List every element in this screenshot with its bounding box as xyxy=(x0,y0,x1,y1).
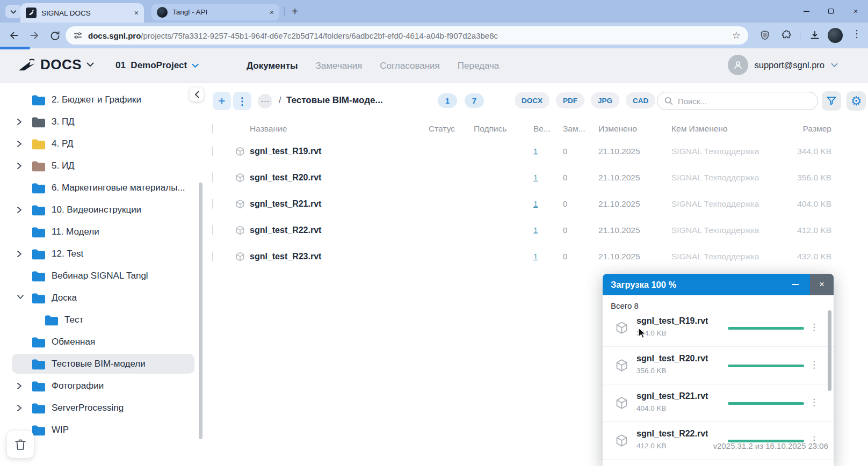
folder-tree-item[interactable]: 12. Test xyxy=(0,243,203,265)
file-name[interactable]: sgnl_test_R21.rvt xyxy=(250,199,429,209)
folder-tree-item[interactable]: 2. Бюджет и Графики xyxy=(0,89,203,111)
file-table-row[interactable]: sgnl_test_R20.rvt 1 0 21.10.2025 SIGNAL … xyxy=(203,164,868,191)
dialog-scrollbar[interactable] xyxy=(828,310,831,391)
nav-tab[interactable]: Передача xyxy=(458,61,500,71)
nav-tab[interactable]: Документы xyxy=(247,61,298,71)
app-logo[interactable]: DOCS xyxy=(18,56,94,73)
folder-tree-item[interactable]: Доска xyxy=(0,287,203,309)
column-modified-by[interactable]: Кем Изменено xyxy=(671,124,791,134)
search-input[interactable] xyxy=(657,92,818,110)
folder-tree-item[interactable]: Тест xyxy=(0,309,203,331)
file-table-row[interactable]: sgnl_test_R19.rvt 1 0 21.10.2025 SIGNAL … xyxy=(203,138,868,164)
tab-close-icon[interactable]: × xyxy=(134,9,139,17)
row-checkbox[interactable] xyxy=(212,172,213,183)
column-name[interactable]: Название xyxy=(250,124,429,134)
folder-tree-item[interactable]: 5. ИД xyxy=(0,155,203,177)
chevron-right-icon[interactable] xyxy=(17,118,24,126)
window-maximize-button[interactable] xyxy=(819,0,843,23)
row-checkbox[interactable] xyxy=(212,251,213,261)
file-type-chip[interactable]: PDF xyxy=(556,92,584,108)
file-type-chip[interactable]: DOCX xyxy=(515,92,549,108)
file-table-row[interactable]: sgnl_test_R23.rvt 1 0 21.10.2025 SIGNAL … xyxy=(203,243,868,270)
folder-tree-item[interactable]: ServerProcessing xyxy=(0,397,203,419)
chevron-right-icon[interactable] xyxy=(17,140,24,148)
chevron-right-icon[interactable] xyxy=(17,404,24,412)
column-size[interactable]: Размер xyxy=(791,124,831,134)
count-badge[interactable]: 7 xyxy=(465,93,484,108)
upload-dialog-header[interactable]: Загрузка 100 % × xyxy=(603,274,834,295)
file-name[interactable]: sgnl_test_R20.rvt xyxy=(250,173,429,183)
browser-menu-button[interactable]: ⋮ xyxy=(852,28,862,40)
file-name[interactable]: sgnl_test_R22.rvt xyxy=(250,225,429,235)
browser-tab-tangl-api[interactable]: Tangl - API × xyxy=(151,4,279,20)
file-type-chip[interactable]: JPG xyxy=(591,92,619,108)
row-checkbox[interactable] xyxy=(212,146,213,156)
shield-extension-button[interactable] xyxy=(759,30,771,41)
file-type-chip[interactable]: CAD xyxy=(626,92,655,108)
reload-button[interactable] xyxy=(48,29,61,42)
tab-close-icon[interactable]: × xyxy=(270,8,274,17)
extensions-button[interactable] xyxy=(780,30,792,41)
dialog-minimize-button[interactable] xyxy=(785,274,805,295)
version-link[interactable]: 1 xyxy=(533,225,538,235)
tab-search-button[interactable] xyxy=(5,5,21,18)
site-info-icon[interactable] xyxy=(73,31,83,40)
file-name[interactable]: sgnl_test_R19.rvt xyxy=(250,147,429,156)
project-selector[interactable]: 01_DemoProject xyxy=(115,60,199,71)
bookmark-star-icon[interactable]: ☆ xyxy=(732,30,741,41)
breadcrumb[interactable]: Тестовые BIM-моде... xyxy=(286,95,383,106)
forward-button[interactable] xyxy=(28,29,41,42)
version-link[interactable]: 1 xyxy=(533,199,538,208)
settings-button[interactable]: ⚙ xyxy=(847,91,866,111)
column-status[interactable]: Статус xyxy=(429,124,474,134)
folder-tree-item[interactable]: Тестовые BIM-модели xyxy=(0,353,203,375)
folder-tree-item[interactable]: 4. РД xyxy=(0,133,203,155)
browser-tab-signal-docs[interactable]: SIGNAL DOCS × xyxy=(20,3,144,23)
back-button[interactable] xyxy=(8,29,20,42)
upload-item-menu-button[interactable]: ⋮ xyxy=(809,397,819,408)
chevron-right-icon[interactable] xyxy=(16,294,25,302)
filter-button[interactable] xyxy=(822,91,841,111)
upload-item-menu-button[interactable]: ⋮ xyxy=(809,322,819,333)
column-modified[interactable]: Изменено xyxy=(598,124,671,134)
url-bar[interactable]: docs.sgnl.pro/projects/75fa3312-9257-45b… xyxy=(66,26,748,45)
folder-tree-item[interactable]: 6. Маркетинговые материалы... xyxy=(0,177,203,199)
chevron-right-icon[interactable] xyxy=(17,206,24,214)
column-sign[interactable]: Подпись xyxy=(474,124,533,134)
folder-actions-button[interactable]: ⋮ xyxy=(233,92,251,110)
trash-button[interactable] xyxy=(7,431,34,458)
window-close-button[interactable]: × xyxy=(843,0,868,23)
new-tab-button[interactable]: + xyxy=(288,4,302,18)
sidebar-scrollbar[interactable] xyxy=(199,183,202,439)
window-minimize-button[interactable] xyxy=(794,0,819,23)
chevron-right-icon[interactable] xyxy=(17,382,24,390)
breadcrumb-ellipsis-button[interactable]: ⋯ xyxy=(258,94,272,108)
user-menu[interactable]: support@sgnl.pro xyxy=(728,55,838,75)
url-text[interactable]: docs.sgnl.pro/projects/75fa3312-9257-45b… xyxy=(88,31,728,40)
row-checkbox[interactable] xyxy=(212,225,213,235)
column-version[interactable]: Ве... xyxy=(533,124,563,134)
dialog-close-button[interactable]: × xyxy=(810,274,834,295)
folder-tree-item[interactable]: Фотографии xyxy=(0,375,203,397)
chevron-right-icon[interactable] xyxy=(17,250,24,258)
column-remarks[interactable]: Зам... xyxy=(563,124,598,134)
sidebar-collapse-button[interactable] xyxy=(190,88,204,101)
version-link[interactable]: 1 xyxy=(533,147,538,156)
downloads-button[interactable] xyxy=(809,30,821,41)
add-button[interactable]: + xyxy=(213,92,231,110)
count-badge[interactable]: 1 xyxy=(438,93,457,108)
folder-tree-item[interactable]: 11. Модели xyxy=(0,221,203,243)
folder-tree-item[interactable]: Вебинар SIGNAL Tangl xyxy=(0,265,203,287)
file-name[interactable]: sgnl_test_R23.rvt xyxy=(250,252,429,261)
select-all-checkbox[interactable] xyxy=(212,123,213,134)
upload-item-menu-button[interactable]: ⋮ xyxy=(809,359,819,370)
row-checkbox[interactable] xyxy=(212,199,213,209)
nav-tab[interactable]: Согласования xyxy=(380,61,439,71)
version-link[interactable]: 1 xyxy=(533,173,538,182)
browser-profile-avatar[interactable] xyxy=(828,28,843,43)
version-link[interactable]: 1 xyxy=(533,252,538,261)
folder-tree-item[interactable]: 10. Видеоинструкции xyxy=(0,199,203,221)
chevron-right-icon[interactable] xyxy=(17,162,24,170)
folder-tree-item[interactable]: 3. ПД xyxy=(0,111,203,133)
folder-tree-item[interactable]: Обменная xyxy=(0,331,203,353)
